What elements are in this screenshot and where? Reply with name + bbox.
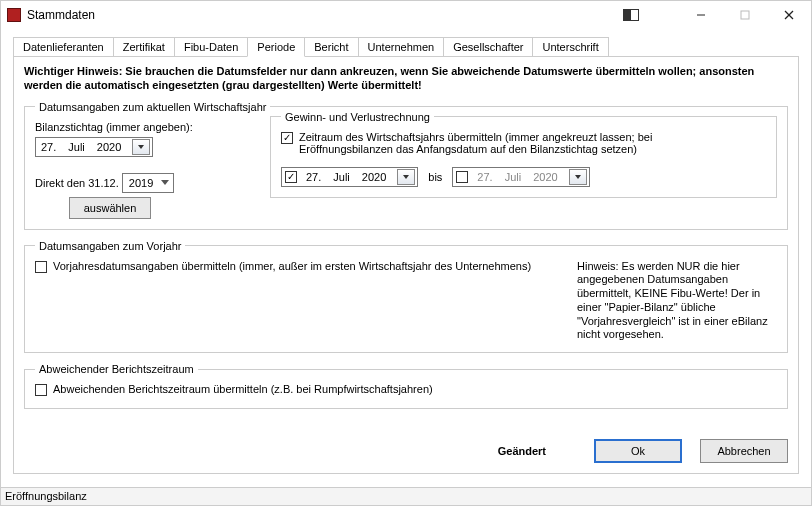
- footer: Geändert Ok Abbrechen: [498, 439, 788, 463]
- gw-to-check[interactable]: [456, 171, 468, 183]
- main-hint: Wichtiger Hinweis: Sie brauchen die Datu…: [24, 65, 788, 93]
- group-report-legend: Abweichender Berichtszeitraum: [35, 363, 198, 375]
- minimize-button[interactable]: [679, 1, 723, 29]
- ok-button[interactable]: Ok: [594, 439, 682, 463]
- group-gw-legend: Gewinn- und Verlustrechnung: [281, 111, 434, 123]
- window-title: Stammdaten: [27, 8, 623, 22]
- status-bar: Eröffnungsbilanz: [1, 487, 811, 505]
- tab-fibu-daten[interactable]: Fibu-Daten: [174, 37, 248, 57]
- maximize-button[interactable]: [723, 1, 767, 29]
- tab-content: Wichtiger Hinweis: Sie brauchen die Datu…: [13, 56, 799, 474]
- group-current-legend: Datumsangaben zum aktuellen Wirtschaftsj…: [35, 101, 270, 113]
- group-prev-legend: Datumsangaben zum Vorjahr: [35, 240, 185, 252]
- group-prev-year: Datumsangaben zum Vorjahr Vorjahresdatum…: [24, 240, 788, 354]
- tab-unterschrift[interactable]: Unterschrift: [532, 37, 608, 57]
- close-button[interactable]: [767, 1, 811, 29]
- tab-bericht[interactable]: Bericht: [304, 37, 358, 57]
- gw-from-day[interactable]: 27.: [303, 171, 324, 183]
- bis-label: bis: [428, 171, 442, 183]
- titlebar: Stammdaten: [1, 1, 811, 29]
- zeitraum-label: Zeitraum des Wirtschaftsjahrs übermittel…: [299, 131, 729, 155]
- calendar-icon[interactable]: [397, 169, 415, 185]
- group-current-year: Datumsangaben zum aktuellen Wirtschaftsj…: [24, 101, 788, 230]
- calendar-icon[interactable]: [569, 169, 587, 185]
- checkbox-icon[interactable]: [35, 384, 47, 396]
- tab-unternehmen[interactable]: Unternehmen: [358, 37, 445, 57]
- report-period-check[interactable]: Abweichenden Berichtszeitraum übermittel…: [35, 383, 433, 396]
- bilanz-month[interactable]: Juli: [65, 141, 88, 153]
- gw-to-day[interactable]: 27.: [474, 171, 495, 183]
- prev-year-note: Hinweis: Es werden NUR die hier angegebe…: [577, 260, 777, 343]
- tab-datenlieferanten[interactable]: Datenlieferanten: [13, 37, 114, 57]
- gw-to-date[interactable]: 27. Juli 2020: [452, 167, 589, 187]
- bilanzstichtag-label: Bilanzstichtag (immer angeben):: [35, 121, 250, 133]
- select-date-button[interactable]: auswählen: [69, 197, 152, 219]
- gw-from-date[interactable]: 27. Juli 2020: [281, 167, 418, 187]
- gw-from-month[interactable]: Juli: [330, 171, 353, 183]
- direct-year-select[interactable]: 2019: [122, 173, 174, 193]
- calendar-icon[interactable]: [132, 139, 150, 155]
- checkbox-icon[interactable]: [281, 132, 293, 144]
- bilanz-day[interactable]: 27.: [38, 141, 59, 153]
- changed-label: Geändert: [498, 445, 546, 457]
- tab-bar: Datenlieferanten Zertifikat Fibu-Daten P…: [13, 37, 799, 57]
- prev-year-check[interactable]: Vorjahresdatumsangaben übermitteln (imme…: [35, 260, 557, 273]
- svg-rect-1: [741, 11, 749, 19]
- group-gw: Gewinn- und Verlustrechnung Zeitraum des…: [270, 111, 777, 198]
- direct-year-value: 2019: [129, 177, 153, 189]
- tab-periode[interactable]: Periode: [247, 37, 305, 57]
- gw-from-year[interactable]: 2020: [359, 171, 389, 183]
- gw-from-check[interactable]: [285, 171, 297, 183]
- zeitraum-check[interactable]: Zeitraum des Wirtschaftsjahrs übermittel…: [281, 131, 729, 155]
- tab-zertifikat[interactable]: Zertifikat: [113, 37, 175, 57]
- prev-year-label: Vorjahresdatumsangaben übermitteln (imme…: [53, 260, 531, 272]
- gw-to-year[interactable]: 2020: [530, 171, 560, 183]
- group-report-period: Abweichender Berichtszeitraum Abweichend…: [24, 363, 788, 409]
- cancel-button[interactable]: Abbrechen: [700, 439, 788, 463]
- report-period-label: Abweichenden Berichtszeitraum übermittel…: [53, 383, 433, 395]
- bilanzstichtag-date[interactable]: 27. Juli 2020: [35, 137, 153, 157]
- app-icon: [7, 8, 21, 22]
- checkbox-icon[interactable]: [35, 261, 47, 273]
- gw-to-month[interactable]: Juli: [502, 171, 525, 183]
- tab-gesellschafter[interactable]: Gesellschafter: [443, 37, 533, 57]
- bilanz-year[interactable]: 2020: [94, 141, 124, 153]
- direct-label: Direkt den 31.12.: [35, 177, 119, 189]
- device-icon: [623, 9, 639, 21]
